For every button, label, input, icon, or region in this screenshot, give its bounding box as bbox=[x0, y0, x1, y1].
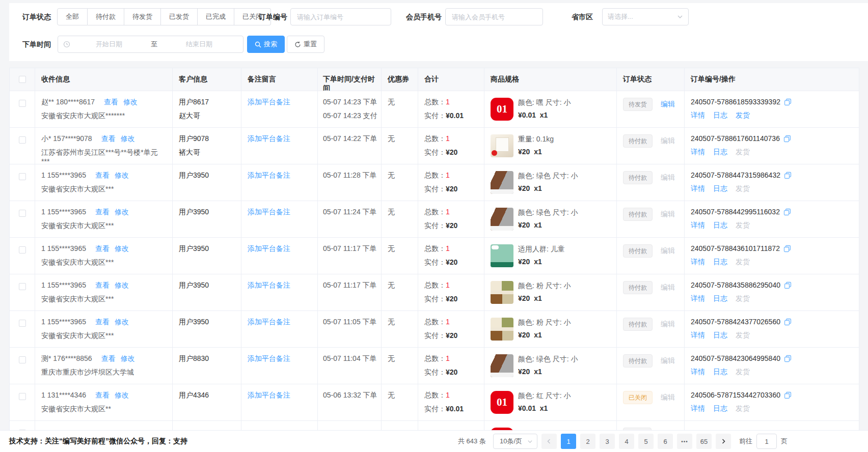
copy-icon[interactable] bbox=[783, 135, 791, 143]
page-button-2[interactable]: 2 bbox=[580, 434, 595, 449]
page-button-6[interactable]: 6 bbox=[658, 434, 673, 449]
reset-button[interactable]: 重置 bbox=[287, 36, 324, 53]
add-platform-note-link[interactable]: 添加平台备注 bbox=[248, 244, 290, 252]
page-button-1[interactable]: 1 bbox=[561, 434, 576, 449]
row-checkbox[interactable] bbox=[19, 393, 26, 400]
more-pages-button[interactable]: ••• bbox=[677, 434, 692, 449]
next-page-button[interactable] bbox=[716, 434, 731, 449]
log-link[interactable]: 日志 bbox=[713, 148, 727, 156]
edit-order-button[interactable]: 编辑 bbox=[661, 320, 675, 328]
view-address-link[interactable]: 查看 bbox=[95, 281, 110, 289]
status-filter-all[interactable]: 全部 bbox=[57, 8, 88, 25]
end-date-input[interactable]: 结束日期 bbox=[160, 40, 238, 49]
search-button[interactable]: 搜索 bbox=[247, 36, 285, 53]
copy-icon[interactable] bbox=[784, 98, 792, 106]
row-checkbox[interactable] bbox=[19, 100, 26, 107]
log-link[interactable]: 日志 bbox=[713, 221, 727, 229]
log-link[interactable]: 日志 bbox=[713, 258, 727, 266]
detail-link[interactable]: 详情 bbox=[691, 258, 705, 266]
edit-order-button[interactable]: 编辑 bbox=[661, 173, 675, 181]
row-checkbox[interactable] bbox=[19, 283, 26, 290]
ship-link[interactable]: 发货 bbox=[736, 368, 750, 376]
log-link[interactable]: 日志 bbox=[713, 111, 727, 119]
log-link[interactable]: 日志 bbox=[713, 294, 727, 302]
detail-link[interactable]: 详情 bbox=[691, 404, 705, 412]
date-range-picker[interactable]: 开始日期 至 结束日期 bbox=[58, 36, 243, 53]
row-checkbox[interactable] bbox=[19, 320, 26, 327]
ship-link[interactable]: 发货 bbox=[736, 294, 750, 302]
page-button-last[interactable]: 65 bbox=[696, 434, 712, 449]
add-platform-note-link[interactable]: 添加平台备注 bbox=[248, 281, 290, 289]
view-address-link[interactable]: 查看 bbox=[95, 244, 110, 252]
view-address-link[interactable]: 查看 bbox=[95, 318, 110, 326]
detail-link[interactable]: 详情 bbox=[691, 148, 705, 156]
modify-address-link[interactable]: 修改 bbox=[115, 171, 129, 179]
view-address-link[interactable]: 查看 bbox=[95, 208, 110, 216]
add-platform-note-link[interactable]: 添加平台备注 bbox=[248, 98, 290, 106]
page-button-4[interactable]: 4 bbox=[619, 434, 634, 449]
modify-address-link[interactable]: 修改 bbox=[115, 208, 129, 216]
modify-address-link[interactable]: 修改 bbox=[115, 391, 129, 399]
goto-page-input[interactable] bbox=[756, 434, 777, 449]
detail-link[interactable]: 详情 bbox=[691, 221, 705, 229]
detail-link[interactable]: 详情 bbox=[691, 111, 705, 119]
modify-address-link[interactable]: 修改 bbox=[115, 281, 129, 289]
edit-order-button[interactable]: 编辑 bbox=[661, 136, 675, 145]
edit-order-button[interactable]: 编辑 bbox=[661, 356, 675, 364]
view-address-link[interactable]: 查看 bbox=[95, 391, 110, 399]
region-select[interactable]: 请选择... bbox=[602, 8, 689, 25]
edit-order-button[interactable]: 编辑 bbox=[661, 100, 675, 108]
ship-link[interactable]: 发货 bbox=[736, 111, 750, 119]
detail-link[interactable]: 详情 bbox=[691, 294, 705, 302]
status-filter-pending-payment[interactable]: 待付款 bbox=[88, 8, 124, 25]
add-platform-note-link[interactable]: 添加平台备注 bbox=[248, 171, 290, 179]
edit-order-button[interactable]: 编辑 bbox=[661, 210, 675, 218]
modify-address-link[interactable]: 修改 bbox=[123, 98, 138, 106]
view-address-link[interactable]: 查看 bbox=[101, 354, 116, 362]
row-checkbox[interactable] bbox=[19, 246, 26, 253]
copy-icon[interactable] bbox=[784, 281, 792, 289]
copy-icon[interactable] bbox=[783, 245, 791, 252]
detail-link[interactable]: 详情 bbox=[691, 184, 705, 192]
copy-icon[interactable] bbox=[784, 355, 792, 362]
detail-link[interactable]: 详情 bbox=[691, 368, 705, 376]
edit-order-button[interactable]: 编辑 bbox=[661, 283, 675, 291]
copy-icon[interactable] bbox=[784, 172, 792, 179]
row-checkbox[interactable] bbox=[19, 210, 26, 217]
status-filter-pending-shipment[interactable]: 待发货 bbox=[124, 8, 161, 25]
ship-link[interactable]: 发货 bbox=[736, 258, 750, 266]
page-button-3[interactable]: 3 bbox=[600, 434, 615, 449]
ship-link[interactable]: 发货 bbox=[736, 404, 750, 412]
view-address-link[interactable]: 查看 bbox=[101, 134, 116, 143]
prev-page-button[interactable] bbox=[541, 434, 557, 449]
ship-link[interactable]: 发货 bbox=[736, 331, 750, 339]
add-platform-note-link[interactable]: 添加平台备注 bbox=[248, 354, 290, 362]
add-platform-note-link[interactable]: 添加平台备注 bbox=[248, 134, 290, 143]
log-link[interactable]: 日志 bbox=[713, 331, 727, 339]
log-link[interactable]: 日志 bbox=[713, 404, 727, 412]
copy-icon[interactable] bbox=[784, 391, 792, 399]
edit-order-button[interactable]: 编辑 bbox=[661, 393, 675, 401]
add-platform-note-link[interactable]: 添加平台备注 bbox=[248, 391, 290, 399]
view-address-link[interactable]: 查看 bbox=[104, 98, 118, 106]
status-filter-completed[interactable]: 已完成 bbox=[198, 8, 234, 25]
add-platform-note-link[interactable]: 添加平台备注 bbox=[248, 208, 290, 216]
order-no-input[interactable] bbox=[290, 8, 391, 25]
log-link[interactable]: 日志 bbox=[713, 368, 727, 376]
view-address-link[interactable]: 查看 bbox=[95, 171, 110, 179]
modify-address-link[interactable]: 修改 bbox=[115, 318, 129, 326]
status-filter-shipped[interactable]: 已发货 bbox=[161, 8, 198, 25]
phone-input[interactable] bbox=[445, 8, 543, 25]
add-platform-note-link[interactable]: 添加平台备注 bbox=[248, 318, 290, 326]
row-checkbox[interactable] bbox=[19, 356, 26, 363]
modify-address-link[interactable]: 修改 bbox=[121, 134, 135, 143]
log-link[interactable]: 日志 bbox=[713, 184, 727, 192]
row-checkbox[interactable] bbox=[19, 136, 26, 144]
ship-link[interactable]: 发货 bbox=[736, 184, 750, 192]
page-size-select[interactable]: 10条/页 bbox=[493, 434, 537, 449]
copy-icon[interactable] bbox=[783, 208, 791, 216]
ship-link[interactable]: 发货 bbox=[736, 148, 750, 156]
copy-icon[interactable] bbox=[784, 318, 792, 326]
modify-address-link[interactable]: 修改 bbox=[121, 354, 135, 362]
start-date-input[interactable]: 开始日期 bbox=[70, 40, 148, 49]
